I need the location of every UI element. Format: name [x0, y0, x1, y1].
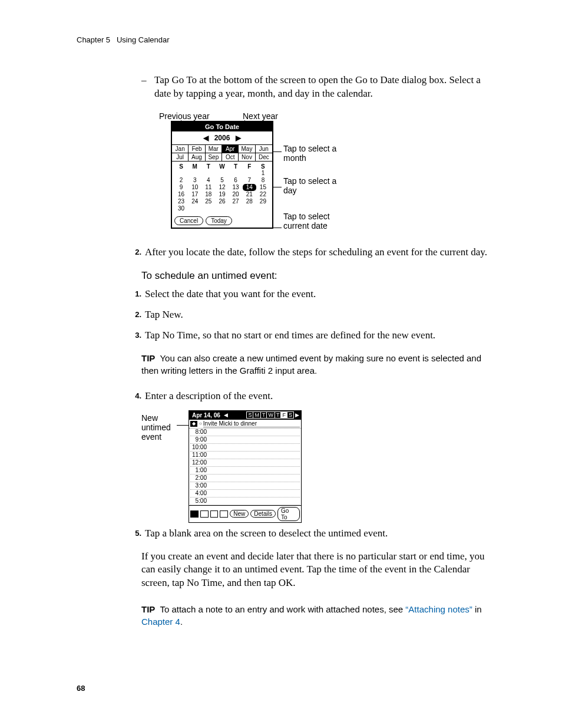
month-cell[interactable]: May: [239, 145, 255, 153]
time-slot[interactable]: [209, 452, 300, 459]
time-row[interactable]: 5:00: [190, 498, 300, 505]
day-cell[interactable]: 9: [174, 184, 188, 191]
day-cell[interactable]: 6: [229, 177, 243, 184]
day-cell[interactable]: 12: [215, 184, 229, 191]
time-rows[interactable]: 8:009:0010:0011:0012:001:002:003:004:005…: [189, 429, 301, 505]
day-cell[interactable]: 29: [256, 198, 270, 205]
month-cell[interactable]: Jun: [256, 145, 272, 153]
untimed-step-3: Tap No Time, so that no start or end tim…: [145, 329, 435, 342]
day-cell[interactable]: 7: [243, 177, 256, 184]
step-number: 2.: [128, 308, 145, 322]
month-cell[interactable]: Nov: [239, 153, 255, 162]
day-cell[interactable]: 13: [229, 184, 243, 191]
day-cell[interactable]: 10: [188, 184, 201, 191]
time-slot[interactable]: [209, 475, 300, 482]
day-cell[interactable]: 27: [229, 198, 243, 205]
dow-button[interactable]: S: [287, 412, 293, 418]
step-number: 4.: [128, 390, 145, 403]
time-row[interactable]: 11:00: [190, 452, 300, 459]
time-row[interactable]: 10:00: [190, 444, 300, 452]
view-week-icon[interactable]: [200, 510, 209, 518]
dow-button[interactable]: T: [275, 412, 282, 418]
link-attaching-notes[interactable]: “Attaching notes”: [405, 604, 472, 614]
time-slot[interactable]: [209, 436, 300, 443]
month-cell[interactable]: Dec: [256, 153, 272, 162]
dow-button[interactable]: W: [267, 412, 275, 418]
dow-button[interactable]: M: [253, 412, 261, 418]
day-cell[interactable]: 11: [201, 184, 215, 191]
month-cell[interactable]: Feb: [189, 145, 205, 153]
day-cell[interactable]: 20: [229, 191, 243, 198]
day-cell[interactable]: 16: [174, 191, 188, 198]
day-cell[interactable]: 22: [256, 191, 270, 198]
time-slot[interactable]: [209, 482, 300, 489]
view-day-icon[interactable]: [190, 510, 199, 518]
dow-button[interactable]: T: [261, 412, 267, 418]
dow-button[interactable]: F: [281, 412, 287, 418]
label-select-today: Tap to select current date: [283, 212, 348, 230]
time-slot[interactable]: [209, 498, 300, 505]
cancel-button[interactable]: Cancel: [174, 216, 203, 225]
page-number: 68: [77, 684, 85, 693]
month-grid[interactable]: JanFebMarAprMayJunJulAugSepOctNovDec: [172, 145, 272, 162]
day-cell: [229, 205, 243, 212]
next-year-arrow[interactable]: ▶: [232, 134, 244, 142]
month-cell[interactable]: Aug: [189, 153, 205, 162]
day-cell[interactable]: 5: [215, 177, 229, 184]
day-cell[interactable]: 21: [243, 191, 256, 198]
day-cell[interactable]: 19: [215, 191, 229, 198]
day-cell[interactable]: 23: [174, 198, 188, 205]
time-row[interactable]: 4:00: [190, 490, 300, 498]
dow-cell: T: [201, 163, 215, 170]
time-row[interactable]: 3:00: [190, 482, 300, 490]
details-button[interactable]: Details: [250, 510, 276, 518]
day-cell[interactable]: 17: [188, 191, 201, 198]
month-cell[interactable]: Jul: [172, 153, 189, 162]
time-slot[interactable]: [209, 459, 300, 466]
view-agenda-icon[interactable]: [220, 510, 228, 518]
untimed-step-2: Tap New.: [145, 308, 183, 322]
day-cell[interactable]: 24: [188, 198, 201, 205]
view-month-icon[interactable]: [210, 510, 219, 518]
day-cell[interactable]: 8: [256, 177, 270, 184]
dow-cell: F: [243, 163, 256, 170]
day-cell[interactable]: 28: [243, 198, 256, 205]
time-row[interactable]: 2:00: [190, 475, 300, 482]
new-button[interactable]: New: [230, 510, 249, 518]
day-cell[interactable]: 2: [174, 177, 188, 184]
prev-year-arrow[interactable]: ◀: [200, 134, 212, 142]
time-slot[interactable]: [209, 429, 300, 436]
untimed-event-row[interactable]: ◆ ○ Invite Micki to dinner: [189, 420, 301, 429]
time-row[interactable]: 9:00: [190, 436, 300, 444]
day-cell[interactable]: 18: [201, 191, 215, 198]
day-cell: [188, 170, 201, 177]
time-slot[interactable]: [209, 444, 300, 451]
month-cell[interactable]: Mar: [206, 145, 222, 153]
next-day-arrow[interactable]: ▶: [294, 412, 300, 418]
goto-button[interactable]: Go To: [277, 507, 300, 521]
day-cell[interactable]: 25: [201, 198, 215, 205]
time-row[interactable]: 1:00: [190, 467, 300, 475]
link-chapter-4[interactable]: Chapter 4: [141, 617, 180, 627]
dow-button[interactable]: S: [247, 412, 253, 418]
time-row[interactable]: 12:00: [190, 459, 300, 467]
time-slot[interactable]: [209, 490, 300, 497]
day-cell[interactable]: 15: [256, 184, 270, 191]
month-cell[interactable]: Jan: [172, 145, 189, 153]
month-cell[interactable]: Oct: [222, 153, 239, 162]
day-grid[interactable]: 1234567891011121314151617181920212223242…: [172, 170, 272, 215]
time-slot[interactable]: [209, 467, 300, 474]
time-row[interactable]: 8:00: [190, 429, 300, 436]
day-cell[interactable]: 26: [215, 198, 229, 205]
day-cell[interactable]: 1: [256, 170, 270, 177]
day-cell[interactable]: 30: [174, 205, 188, 212]
day-cell[interactable]: 4: [201, 177, 215, 184]
day-cell[interactable]: 14: [243, 184, 256, 191]
month-cell[interactable]: Sep: [206, 153, 222, 162]
week-day-buttons[interactable]: SMTWTFS: [246, 411, 294, 419]
month-cell[interactable]: Apr: [222, 145, 239, 153]
today-button[interactable]: Today: [206, 216, 232, 225]
prev-day-arrow[interactable]: ◀: [223, 412, 229, 418]
day-cell[interactable]: 3: [188, 177, 201, 184]
closing-paragraph: If you create an event and decide later …: [141, 550, 495, 591]
